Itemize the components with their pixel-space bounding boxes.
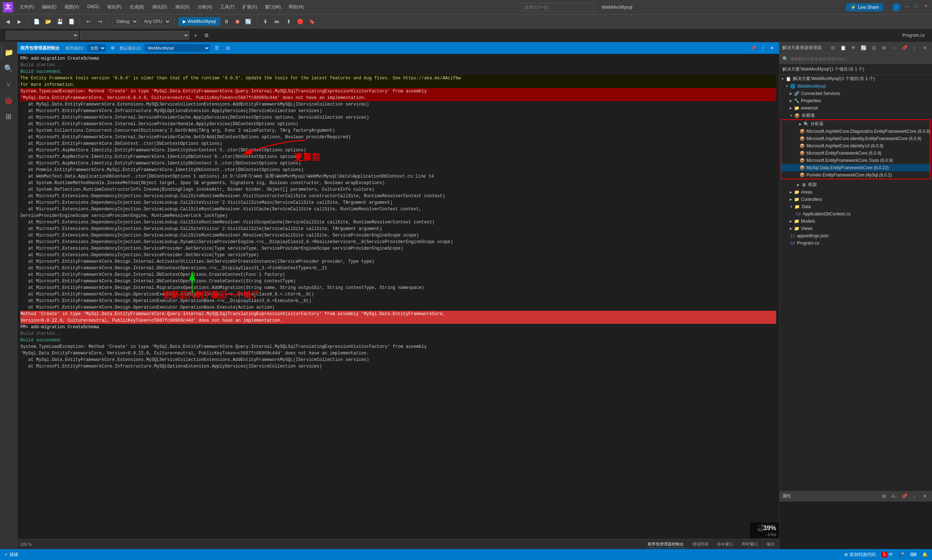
menu-analyze[interactable]: 分析(A) <box>194 3 216 12</box>
minimize-button[interactable]: — <box>904 3 910 9</box>
tree-aspnetcore-identity-ef[interactable]: 📦 Microsoft.AspNetCore.Identity.EntityFr… <box>782 135 930 142</box>
props-pin-icon[interactable]: 📌 <box>900 492 909 501</box>
tree-analyzer[interactable]: ▶ 🔍 分析器 <box>782 120 930 128</box>
activity-debug[interactable]: 🐞 <box>2 93 16 108</box>
breakpoint-button[interactable]: 🔴 <box>296 17 305 26</box>
tree-controllers[interactable]: ▶ 📁 Controllers <box>779 196 932 203</box>
tree-project[interactable]: ▼ 🌐 WebMvcMysql <box>779 83 932 90</box>
run-button[interactable]: ▶ WebMvcMysql <box>179 17 220 26</box>
tree-aspnetcore-identity-ui[interactable]: 📦 Microsoft.AspNetCore.Identity.UI (6.0.… <box>782 142 930 149</box>
tree-appsettings[interactable]: { } appsettings.json <box>779 232 932 239</box>
notification-icon[interactable]: 🔔 <box>922 552 927 557</box>
tree-pomelo[interactable]: 📦 Pomelo.EntityFrameworkCore.MySql (6.0.… <box>782 171 930 178</box>
tree-models[interactable]: ▶ 📁 Models <box>779 218 932 225</box>
menu-build[interactable]: 生成(B) <box>126 3 148 12</box>
tree-solution[interactable]: ▼ 📋 解决方案'WebMvcMysql'(1 个项目/共 1 个) <box>779 75 932 83</box>
se-refresh-icon[interactable]: 🔄 <box>859 44 868 52</box>
debug-config-select[interactable]: Debug <box>112 17 138 26</box>
props-alphabetical-icon[interactable]: A↓ <box>890 492 898 501</box>
menu-help[interactable]: 帮助(H) <box>285 3 307 12</box>
se-more-icon[interactable]: ⋯ <box>890 44 898 52</box>
menu-debug[interactable]: 调试(D) <box>148 3 171 12</box>
pmc-move-icon[interactable]: ↕ <box>759 44 767 52</box>
tree-connected-services[interactable]: ▶ 🔗 Connected Services <box>779 90 932 97</box>
se-close-icon[interactable]: ✕ <box>920 44 929 52</box>
source-select[interactable]: 全部 <box>87 44 106 52</box>
liveshare-button[interactable]: ⚡ Live Share <box>846 3 883 11</box>
pmc-close-icon[interactable]: ✕ <box>768 44 776 52</box>
redo-button[interactable]: ↪ <box>96 17 105 26</box>
new-file-button[interactable]: 📄 <box>32 17 41 26</box>
default-project-select[interactable]: WebMvcMysql <box>145 44 210 52</box>
microphone-icon[interactable]: 🎤 <box>899 552 904 557</box>
se-pin-icon[interactable]: 📌 <box>900 44 909 52</box>
tree-data-folder[interactable]: ▼ 📁 Data <box>779 203 932 210</box>
props-move-icon[interactable]: ↕ <box>910 492 919 501</box>
se-search-input[interactable] <box>790 57 929 61</box>
tree-mysql-data[interactable]: 📦 MySql.Data.EntityFrameworkCore (8.0.22… <box>782 164 930 171</box>
bookmark-button[interactable]: 🔖 <box>307 17 317 26</box>
tree-wwwroot[interactable]: ▶ 📁 wwwroot <box>779 105 932 112</box>
restart-button[interactable]: 🔄 <box>243 17 253 26</box>
save-all-button[interactable]: 📑 <box>66 17 76 26</box>
tree-dependencies[interactable]: ▼ 📦 依赖项 <box>779 112 932 119</box>
add-to-source-button[interactable]: ⊕ 添加到源代码 <box>844 552 876 558</box>
file-location-select[interactable] <box>6 31 79 40</box>
tab-settings-button[interactable]: ⚙ <box>202 31 211 40</box>
pmc-filter-icon[interactable]: ⊟ <box>224 44 232 52</box>
tree-framework[interactable]: ▶ 🖥 框架 <box>779 181 932 188</box>
tree-efcore[interactable]: 📦 Microsoft.EntityFrameworkCore (6.0.9) <box>782 149 930 157</box>
platform-select[interactable]: Any CPU <box>140 17 171 26</box>
tree-programcs[interactable]: C# Program.cs <box>779 239 932 247</box>
add-tab-button[interactable]: + <box>191 31 200 40</box>
avatar-icon[interactable]: 👤 <box>892 3 901 12</box>
menu-file[interactable]: 文件(F) <box>16 3 37 12</box>
undo-button[interactable]: ↩ <box>84 17 93 26</box>
footer-tab-command[interactable]: 命令窗口 <box>716 541 735 548</box>
se-collapse-all[interactable]: ⊟ <box>829 44 837 52</box>
menu-test[interactable]: 测试(S) <box>171 3 193 12</box>
pmc-content[interactable]: PM> add-migration CreateSchema Build sta… <box>17 54 779 539</box>
activity-extensions[interactable]: ⊞ <box>2 109 16 124</box>
menu-project[interactable]: 项目(P) <box>103 3 125 12</box>
step-over-button[interactable]: ⏭ <box>272 17 282 26</box>
activity-explorer[interactable]: 📁 <box>2 45 16 60</box>
step-out-button[interactable]: ⬆ <box>284 17 293 26</box>
se-show-all-icon[interactable]: 👁 <box>849 44 858 52</box>
step-into-button[interactable]: ⬇ <box>261 17 270 26</box>
tree-efcore-tools[interactable]: 📦 Microsoft.EntityFrameworkCore.Tools (6… <box>782 157 930 164</box>
menu-tools[interactable]: 工具(T) <box>217 3 238 12</box>
footer-tab-errors[interactable]: 错误列表 <box>691 541 710 548</box>
footer-tab-pmc[interactable]: 程序包管理器控制台 <box>646 541 685 548</box>
se-filter-icon[interactable]: ⊟ <box>869 44 878 52</box>
tree-areas[interactable]: ▶ 📁 Areas <box>779 188 932 196</box>
tree-aspnetcore-diag[interactable]: 📦 Microsoft.AspNetCore.Diagnostics.Entit… <box>782 128 930 135</box>
symbol-select[interactable] <box>80 31 189 40</box>
menu-edit[interactable]: 编辑(E) <box>38 3 60 12</box>
footer-tab-output[interactable]: 输出 <box>765 541 776 548</box>
footer-tab-immediate[interactable]: 即时窗口 <box>741 541 759 548</box>
se-settings-icon[interactable]: ⚙ <box>880 44 888 52</box>
menu-git[interactable]: Git(G) <box>83 3 103 12</box>
se-properties-icon[interactable]: 📋 <box>839 44 847 52</box>
pmc-list-icon[interactable]: ☰ <box>213 44 221 52</box>
save-button[interactable]: 💾 <box>55 17 65 26</box>
se-move-icon[interactable]: ↕ <box>910 44 919 52</box>
stop-button[interactable]: ⏹ <box>233 17 242 26</box>
open-file-button[interactable]: 📂 <box>43 17 53 26</box>
menu-extensions[interactable]: 扩展(X) <box>239 3 261 12</box>
ime-indicator[interactable]: S 中 <box>881 552 893 558</box>
activity-search[interactable]: 🔍 <box>2 61 16 76</box>
tree-properties[interactable]: ▶ 🔧 Properties <box>779 97 932 105</box>
tree-appdbcontext[interactable]: C# ApplicationDbContext.cs <box>779 210 932 218</box>
menu-view[interactable]: 视图(V) <box>61 3 83 12</box>
tree-views[interactable]: ▶ 📁 Views <box>779 225 932 232</box>
activity-git[interactable]: ⑂ <box>2 77 16 92</box>
close-button[interactable]: ✕ <box>923 3 929 9</box>
props-categorized-icon[interactable]: ⊞ <box>880 492 888 501</box>
pause-button[interactable]: ⏸ <box>222 17 231 26</box>
search-input[interactable] <box>521 3 594 12</box>
pmc-settings-icon[interactable]: ⚙ <box>109 44 117 52</box>
back-button[interactable]: ◀ <box>3 17 12 26</box>
props-close-icon[interactable]: ✕ <box>920 492 929 501</box>
